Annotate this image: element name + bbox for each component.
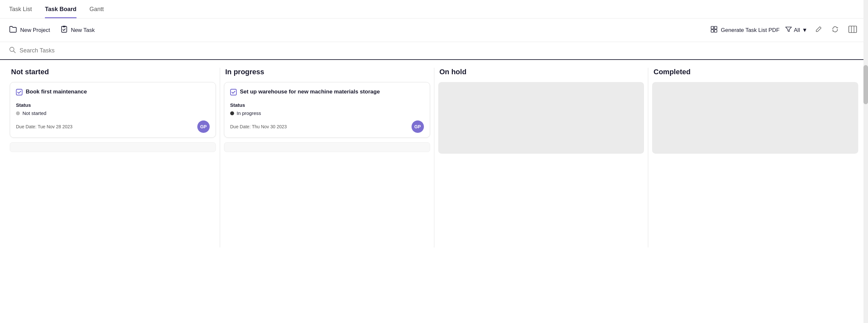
generate-pdf-label: Generate Task List PDF xyxy=(721,27,779,34)
new-project-label: New Project xyxy=(20,27,50,34)
new-task-label: New Task xyxy=(71,27,95,34)
column-in-progress: In progress Set up warehouse for new mac… xyxy=(220,68,434,248)
svg-line-9 xyxy=(14,51,16,53)
filter-chevron-icon: ▼ xyxy=(802,27,807,34)
grid-icon xyxy=(710,26,718,34)
status-dot-not-started xyxy=(16,111,20,115)
svg-rect-11 xyxy=(230,89,236,95)
filter-button[interactable]: All ▼ xyxy=(785,26,807,34)
card-partial xyxy=(224,142,430,152)
task-card[interactable]: Book first maintenance Status Not starte… xyxy=(10,82,216,138)
toolbar: New Project New Task ActionMenubutton ↓ xyxy=(0,19,868,42)
avatar: GP xyxy=(411,121,424,133)
filter-label: All xyxy=(794,27,800,34)
task-board: Not started Book first maintenance Statu… xyxy=(0,60,868,255)
new-project-button[interactable]: New Project xyxy=(9,26,50,35)
card-check-icon xyxy=(230,89,237,97)
pencil-icon xyxy=(815,26,822,34)
refresh-icon xyxy=(832,26,839,34)
card-partial xyxy=(10,142,216,152)
search-bar xyxy=(0,42,868,60)
tabs-bar: Task List Task Board Gantt xyxy=(0,0,868,19)
search-icon xyxy=(9,46,16,55)
card-status-label: Status xyxy=(230,102,424,108)
column-not-started: Not started Book first maintenance Statu… xyxy=(6,68,220,248)
column-completed: Completed xyxy=(648,68,862,248)
svg-rect-2 xyxy=(714,26,717,29)
svg-rect-1 xyxy=(711,26,714,29)
column-title-not-started: Not started xyxy=(10,68,216,76)
filter-icon xyxy=(785,26,792,34)
column-on-hold: On hold xyxy=(434,68,649,248)
card-due-date: Due Date: Thu Nov 30 2023 xyxy=(230,124,287,129)
edit-button[interactable] xyxy=(813,25,824,35)
search-input[interactable] xyxy=(20,47,117,54)
tab-task-list[interactable]: Task List xyxy=(9,6,32,18)
avatar: GP xyxy=(197,121,210,133)
card-status-value: Not started xyxy=(23,110,46,116)
card-status-label: Status xyxy=(16,102,210,108)
task-card[interactable]: Set up warehouse for new machine materia… xyxy=(224,82,430,138)
card-title: Book first maintenance xyxy=(26,88,87,95)
column-title-in-progress: In progress xyxy=(224,68,430,76)
columns-icon xyxy=(848,26,857,34)
generate-pdf-button[interactable]: Generate Task List PDF xyxy=(710,26,779,34)
card-status-value: In progress xyxy=(237,110,261,116)
svg-rect-3 xyxy=(711,30,714,32)
card-check-icon xyxy=(16,89,23,97)
col-empty xyxy=(652,82,858,154)
tab-task-board[interactable]: Task Board xyxy=(45,6,76,18)
svg-rect-10 xyxy=(16,89,22,95)
refresh-button[interactable] xyxy=(830,25,841,36)
svg-rect-4 xyxy=(714,30,717,32)
svg-rect-5 xyxy=(849,26,857,33)
column-title-on-hold: On hold xyxy=(438,68,644,76)
scrollbar-thumb[interactable] xyxy=(863,65,868,104)
column-title-completed: Completed xyxy=(652,68,858,76)
col-empty xyxy=(438,82,644,154)
new-task-button[interactable]: New Task xyxy=(61,25,95,35)
action-menu-button[interactable] xyxy=(846,25,859,36)
status-dot-in-progress xyxy=(230,111,234,115)
scrollbar-track[interactable] xyxy=(863,0,868,255)
card-due-date: Due Date: Tue Nov 28 2023 xyxy=(16,124,72,129)
new-task-icon xyxy=(61,25,68,35)
new-project-icon xyxy=(9,26,17,35)
card-title: Set up warehouse for new machine materia… xyxy=(240,88,380,95)
tab-gantt[interactable]: Gantt xyxy=(90,6,104,18)
